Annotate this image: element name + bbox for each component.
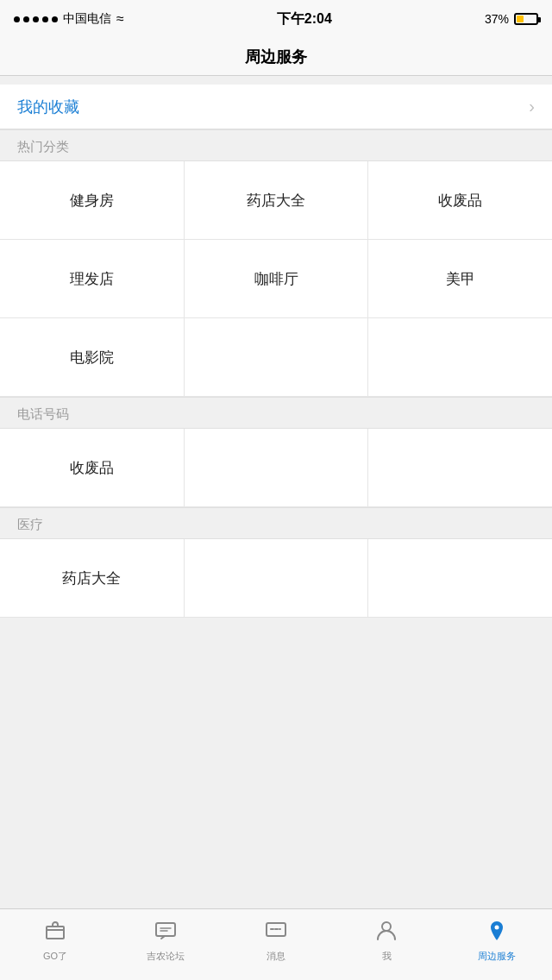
favorites-label: 我的收藏 bbox=[17, 97, 529, 117]
nav-bar: 周边服务 bbox=[0, 38, 552, 76]
cell-cinema[interactable]: 电影院 bbox=[0, 318, 185, 396]
svg-rect-1 bbox=[156, 923, 175, 936]
tab-go-label: GO了 bbox=[43, 950, 67, 963]
bubble-icon bbox=[264, 919, 288, 946]
signal-dots bbox=[14, 16, 58, 22]
person-icon bbox=[374, 919, 398, 946]
svg-point-4 bbox=[495, 925, 499, 929]
svg-rect-0 bbox=[47, 927, 64, 939]
tab-go[interactable]: GO了 bbox=[0, 909, 110, 980]
top-spacer bbox=[0, 76, 552, 85]
cell-empty-1 bbox=[185, 318, 369, 396]
favorites-row[interactable]: 我的收藏 › bbox=[0, 85, 552, 129]
grid-row: 理发店 咖啡厅 美甲 bbox=[0, 240, 552, 318]
tab-me[interactable]: 我 bbox=[331, 909, 442, 980]
grid-row: 收废品 bbox=[0, 429, 552, 507]
cell-scrap2[interactable]: 收废品 bbox=[0, 429, 185, 506]
page-title: 周边服务 bbox=[245, 47, 307, 67]
grid-medical: 药店大全 bbox=[0, 539, 552, 618]
status-right: 37% bbox=[485, 12, 538, 26]
grid-row: 健身房 药店大全 收废品 bbox=[0, 161, 552, 240]
wifi-icon: ≈ bbox=[116, 11, 124, 27]
section-header-medical: 医疗 bbox=[0, 507, 552, 539]
tab-messages-label: 消息 bbox=[267, 950, 285, 963]
tab-nearby-label: 周边服务 bbox=[478, 950, 516, 963]
cell-empty-3 bbox=[185, 429, 369, 506]
cell-empty-6 bbox=[368, 539, 552, 617]
cell-barber[interactable]: 理发店 bbox=[0, 240, 185, 317]
section-header-popular: 热门分类 bbox=[0, 129, 552, 161]
cell-empty-4 bbox=[368, 429, 552, 506]
cell-pharmacy2[interactable]: 药店大全 bbox=[0, 539, 185, 617]
tab-bar: GO了 吉农论坛 消息 我 bbox=[0, 908, 552, 980]
cell-nails[interactable]: 美甲 bbox=[368, 240, 552, 317]
tab-forum[interactable]: 吉农论坛 bbox=[110, 909, 221, 980]
location-icon bbox=[485, 919, 509, 946]
grid-row: 电影院 bbox=[0, 318, 552, 397]
cell-cafe[interactable]: 咖啡厅 bbox=[185, 240, 369, 317]
tab-nearby[interactable]: 周边服务 bbox=[442, 909, 552, 980]
tab-me-label: 我 bbox=[382, 950, 392, 963]
chat-icon bbox=[154, 919, 178, 946]
grid-row: 药店大全 bbox=[0, 539, 552, 618]
cell-gym[interactable]: 健身房 bbox=[0, 161, 185, 239]
cell-scrap[interactable]: 收废品 bbox=[368, 161, 552, 239]
grid-phone: 收废品 bbox=[0, 429, 552, 507]
status-left: 中国电信 ≈ bbox=[14, 11, 124, 27]
cell-empty-2 bbox=[368, 318, 552, 396]
chevron-right-icon: › bbox=[529, 97, 535, 116]
battery-pct-label: 37% bbox=[485, 12, 509, 26]
cell-pharmacy[interactable]: 药店大全 bbox=[185, 161, 369, 239]
grid-popular: 健身房 药店大全 收废品 理发店 咖啡厅 美甲 电影院 bbox=[0, 161, 552, 397]
tab-messages[interactable]: 消息 bbox=[221, 909, 331, 980]
status-bar: 中国电信 ≈ 下午2:04 37% bbox=[0, 0, 552, 38]
box-icon bbox=[43, 919, 67, 946]
tab-forum-label: 吉农论坛 bbox=[147, 950, 185, 963]
cell-empty-5 bbox=[185, 539, 369, 617]
svg-point-3 bbox=[382, 922, 391, 931]
carrier-label: 中国电信 bbox=[63, 11, 111, 27]
battery-icon bbox=[514, 13, 538, 25]
section-header-phone: 电话号码 bbox=[0, 397, 552, 429]
status-time: 下午2:04 bbox=[277, 10, 332, 28]
